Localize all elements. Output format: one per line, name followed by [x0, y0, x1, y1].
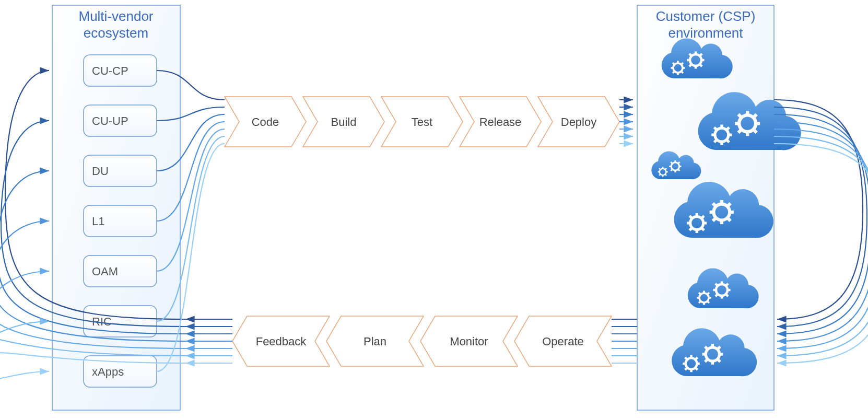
pipeline-stage-deploy-label: Deploy — [561, 115, 596, 129]
left-panel-title-2: ecosystem — [84, 25, 148, 41]
pipeline-stage-test: Test — [381, 97, 463, 147]
vendor-box-label: CU-CP — [92, 64, 128, 77]
left-panel-title-1: Multi-vendor — [78, 8, 153, 24]
vendor-box-label: xApps — [92, 365, 124, 378]
right-panel: Customer (CSP) environment — [637, 5, 801, 410]
vendor-box-label: L1 — [92, 215, 104, 228]
pipeline-stage-release-label: Release — [479, 115, 522, 129]
pipeline-stage-operate-label: Operate — [542, 335, 584, 348]
pipeline-stage-release: Release — [460, 97, 541, 147]
pipeline-stage-plan-label: Plan — [363, 335, 386, 348]
pipeline-stage-operate: Operate — [514, 316, 612, 366]
vendor-box-label: CU-UP — [92, 114, 128, 127]
pipeline-stage-feedback: Feedback — [232, 316, 330, 366]
pipeline-stage-test-label: Test — [412, 115, 432, 129]
vendor-box: L1 — [84, 205, 157, 237]
pipeline-stage-code: Code — [225, 97, 306, 147]
flow-loop-right — [774, 136, 868, 356]
flow-loop-right — [774, 129, 868, 348]
vendor-box: DU — [84, 155, 157, 187]
pipeline-stage-deploy: Deploy — [538, 97, 619, 147]
pipeline-stage-build-label: Build — [331, 115, 357, 129]
pipeline-stage-plan: Plan — [326, 316, 424, 366]
right-panel-title-1: Customer (CSP) — [656, 8, 756, 24]
pipeline-stage-monitor: Monitor — [420, 316, 518, 366]
pipeline-stage-code-label: Code — [252, 115, 279, 129]
flow-loop-right — [774, 144, 868, 363]
vendor-box: CU-UP — [84, 105, 157, 136]
vendor-box: OAM — [84, 255, 157, 287]
vendor-box-label: OAM — [92, 265, 118, 278]
pipeline-stage-monitor-label: Monitor — [450, 335, 488, 348]
vendor-box: CU-CP — [84, 55, 157, 86]
right-panel-title-2: environment — [668, 25, 743, 41]
pipeline-stage-build: Build — [303, 97, 384, 147]
vendor-box-label: DU — [92, 165, 109, 178]
pipeline-stage-feedback-label: Feedback — [256, 335, 307, 348]
